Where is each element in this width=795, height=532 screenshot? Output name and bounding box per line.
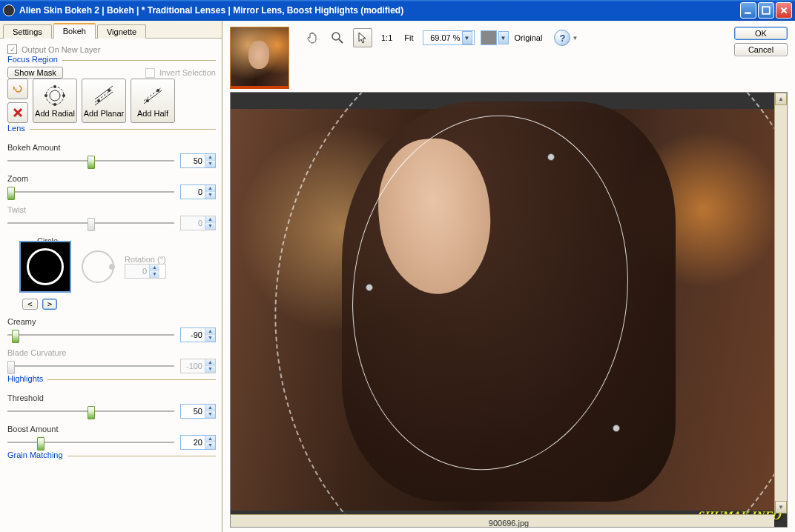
creamy-label: Creamy [7,317,216,326]
minimize-button[interactable] [740,2,756,19]
threshold-slider[interactable] [7,405,174,417]
focus-region-group: Focus Region Show Mask Invert Selection [7,60,216,123]
svg-rect-0 [745,12,751,13]
rotation-label: Rotation (°) [125,255,166,264]
svg-point-5 [62,94,65,97]
twist-label: Twist [7,205,216,214]
app-icon [3,4,15,16]
bokeh-amount-input[interactable]: ▲▼ [180,153,216,168]
preview-scrollbar-v[interactable]: ▲▼ [774,93,787,513]
zoom-slider[interactable] [7,186,174,198]
aperture-preview[interactable] [19,241,71,293]
original-label: Original [515,33,543,42]
rotation-dial[interactable] [82,250,114,283]
filename-label: 900696.jpg [489,519,529,528]
show-mask-button[interactable]: Show Mask [7,67,63,79]
focus-handle[interactable] [547,153,555,161]
svg-rect-1 [762,7,770,14]
help-dropdown-icon[interactable]: ▼ [572,35,578,41]
blade-label: Blade Curvature [7,348,216,357]
svg-point-17 [332,33,340,40]
close-button[interactable] [776,2,792,19]
add-planar-button[interactable]: Add Planar [82,79,126,123]
svg-line-10 [95,92,113,105]
svg-line-9 [95,86,113,99]
fit-button[interactable]: Fit [401,33,416,42]
pointer-tool[interactable] [353,28,372,47]
zoom-label: Zoom [7,174,216,183]
zoom-input[interactable]: ▲▼ [180,184,216,199]
cancel-button[interactable]: Cancel [734,43,788,56]
prev-aperture-button[interactable]: < [22,299,38,310]
blade-input: ▲▼ [180,359,216,373]
highlights-group: Highlights Threshold ▲▼ Boost Amount ▲▼ [7,379,216,450]
title-bar: Alien Skin Bokeh 2 | Bokeh | * Tradition… [0,0,795,21]
svg-line-18 [339,39,343,43]
bokeh-amount-slider[interactable] [7,155,174,167]
next-aperture-button[interactable]: > [42,299,58,310]
svg-point-2 [46,87,64,104]
window-title: Alien Skin Bokeh 2 | Bokeh | * Tradition… [19,5,740,16]
settings-tabs: Settings Bokeh Vignette [0,21,222,39]
add-radial-button[interactable]: Add Radial [33,79,77,123]
help-button[interactable]: ? [554,30,570,46]
grain-group: Grain Matching [7,456,216,468]
hand-tool[interactable] [303,28,322,47]
zoom-tool[interactable] [328,28,347,47]
delete-button[interactable] [7,102,28,123]
svg-point-12 [108,89,110,92]
focus-handle[interactable] [366,284,373,291]
svg-point-6 [53,103,56,106]
svg-point-16 [156,89,159,92]
output-layer-checkbox[interactable]: ✓ [7,44,17,54]
rotation-input: ▲▼ [125,264,166,279]
twist-input: ▲▼ [180,216,216,230]
tab-settings[interactable]: Settings [3,24,52,39]
svg-point-4 [53,85,56,88]
threshold-label: Threshold [7,393,216,402]
svg-point-3 [50,90,60,101]
focus-handle[interactable] [613,425,620,432]
settings-panel[interactable]: ✓ Output On New Layer Focus Region Show … [0,39,222,532]
background-swatch[interactable] [481,30,497,45]
one-to-one-button[interactable]: 1:1 [378,33,395,42]
output-layer-label: Output On New Layer [22,45,100,54]
boost-label: Boost Amount [7,425,216,433]
creamy-slider[interactable] [7,329,174,341]
twist-slider [7,217,174,229]
add-half-button[interactable]: Add Half [131,79,175,123]
blade-slider [7,360,174,372]
thumbnail-preview[interactable] [230,27,289,89]
bokeh-amount-label: Bokeh Amount [7,143,216,152]
threshold-input[interactable]: ▲▼ [180,404,216,419]
lens-group: Lens Bokeh Amount ▲▼ Zoom ▲▼ [7,129,216,373]
invert-label: Invert Selection [159,68,216,77]
invert-selection-checkbox[interactable] [145,68,155,78]
boost-input[interactable]: ▲▼ [180,435,216,450]
svg-point-7 [44,94,47,97]
tab-bokeh[interactable]: Bokeh [53,23,96,39]
undo-button[interactable] [7,79,28,99]
preview-area[interactable]: SHUMAK.INFO ▲▼ [230,92,788,528]
boost-slider[interactable] [7,436,174,448]
ok-button[interactable]: OK [734,27,788,40]
tab-vignette[interactable]: Vignette [97,24,146,39]
maximize-button[interactable] [758,2,774,19]
svg-point-15 [146,99,149,102]
background-dropdown[interactable]: ▼ [498,31,509,44]
zoom-select[interactable]: ▼ [423,30,475,45]
creamy-input[interactable]: ▲▼ [180,327,216,342]
svg-point-11 [97,99,100,102]
